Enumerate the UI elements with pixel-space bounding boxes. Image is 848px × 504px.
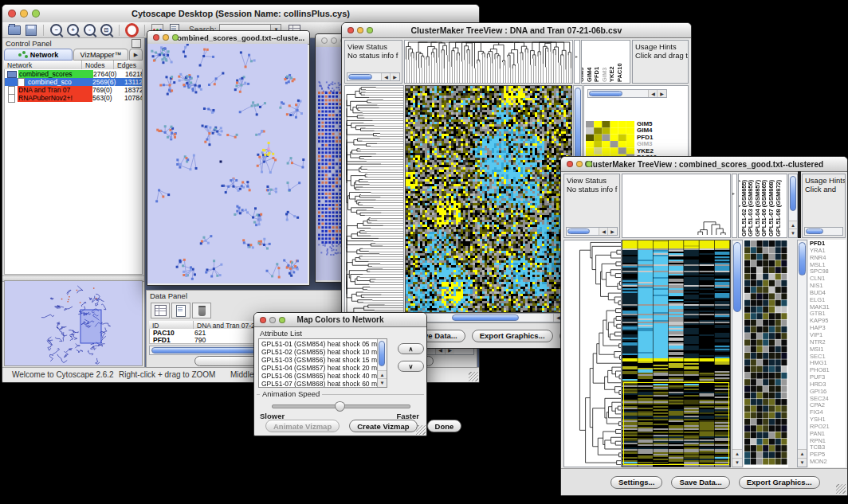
- scrollbar-thumb[interactable]: [589, 91, 622, 96]
- tv2-splitter-strip[interactable]: ▸: [732, 174, 737, 238]
- tv2-labels-scrollbar[interactable]: ▲ ▼: [788, 174, 798, 238]
- scrollbar-thumb[interactable]: [733, 242, 741, 312]
- close-icon[interactable]: [321, 37, 328, 44]
- gene-label[interactable]: YRA1: [810, 248, 846, 255]
- gene-label[interactable]: PUF3: [810, 374, 846, 381]
- network-tree-row[interactable]: DNA and Tran 07769(0)183728(0): [5, 86, 142, 94]
- tab-network[interactable]: Network: [4, 49, 73, 61]
- tv1-status-scrollbar[interactable]: ◀ ▶: [347, 72, 400, 81]
- network-tree-row[interactable]: combined_sco2569(6)13112(15): [5, 78, 142, 86]
- help-icon[interactable]: [125, 23, 139, 37]
- attribute-list-item[interactable]: GPL51-02 (GSM855) heat shock 10 min: [259, 348, 377, 356]
- tab-overflow-arrow[interactable]: ▶: [129, 49, 143, 61]
- scrollbar-thumb[interactable]: [348, 74, 372, 80]
- trash-icon[interactable]: [192, 303, 211, 318]
- gene-label[interactable]: SEC24: [810, 396, 846, 403]
- new-document-icon[interactable]: [171, 303, 190, 318]
- scroll-down-arrow[interactable]: ▼: [798, 458, 807, 467]
- settings-button[interactable]: Settings...: [610, 476, 662, 489]
- tv2-zoom-heatmap-panel[interactable]: [744, 240, 788, 467]
- scroll-down-arrow[interactable]: ▼: [378, 378, 387, 387]
- attribute-list-item[interactable]: GPL51-01 (GSM854) heat shock 05 min: [259, 340, 377, 348]
- scroll-right-arrow[interactable]: ▶: [607, 228, 617, 235]
- gene-label[interactable]: BUD4: [810, 290, 846, 297]
- scroll-up-arrow[interactable]: ▲: [732, 449, 742, 458]
- treeview1-title-bar[interactable]: ClusterMaker TreeView : DNA and Tran 07-…: [342, 23, 691, 38]
- tv2-heatmap[interactable]: [622, 240, 731, 467]
- zoom-window-icon[interactable]: [586, 161, 592, 167]
- tv1-heatmap[interactable]: [405, 85, 572, 313]
- gene-label[interactable]: ELG1: [810, 297, 846, 304]
- close-icon[interactable]: [153, 34, 159, 41]
- gene-label[interactable]: PHO81: [810, 367, 846, 374]
- gene-label[interactable]: CLN1: [810, 275, 846, 283]
- network-overview-panel[interactable]: [4, 280, 143, 366]
- tv2-row-dendrogram[interactable]: [563, 240, 622, 467]
- attribute-listbox[interactable]: GPL51-01 (GSM854) heat shock 05 minGPL51…: [258, 338, 387, 388]
- minimize-icon[interactable]: [576, 161, 583, 167]
- network-tree-row[interactable]: RNAPuberNov2+!563(0)107847(0): [5, 94, 142, 102]
- resize-grip[interactable]: [469, 372, 478, 381]
- gene-label[interactable]: VIP1: [810, 332, 846, 339]
- window1-title-bar[interactable]: combined_scores_good.txt--cluste...: [147, 31, 309, 45]
- attribute-list-item[interactable]: GPL51-04 (GSM857) heat shock 20 min: [259, 364, 377, 372]
- gene-label[interactable]: MON2: [810, 459, 846, 466]
- move-up-button[interactable]: ∧: [398, 343, 424, 354]
- tv1-zoom-scrollbar[interactable]: ◀ ▶: [587, 89, 667, 98]
- scroll-right-arrow[interactable]: ▶: [657, 90, 666, 97]
- zoom-window-icon[interactable]: [172, 34, 179, 41]
- save-session-icon[interactable]: [24, 23, 37, 37]
- zoom-out-icon[interactable]: −: [49, 23, 63, 37]
- column-header-network[interactable]: Network: [4, 61, 82, 69]
- save-data-button[interactable]: Save Data...: [671, 476, 729, 489]
- zoom-fit-icon[interactable]: ⊡: [100, 23, 113, 37]
- float-panel-icon[interactable]: [132, 39, 141, 48]
- gene-label[interactable]: GPI16: [810, 389, 846, 396]
- animation-speed-slider[interactable]: [272, 404, 410, 408]
- tv1-splitter-strip[interactable]: ▸: [574, 40, 580, 84]
- main-title-bar[interactable]: Cytoscape Desktop (Session Name: collins…: [2, 5, 479, 23]
- tv2-usage-scrollbar[interactable]: [804, 227, 843, 236]
- create-vizmap-button[interactable]: Create Vizmap: [349, 420, 417, 432]
- minimize-icon[interactable]: [163, 34, 169, 41]
- minimize-icon[interactable]: [269, 317, 276, 323]
- treeview2-resize-grip[interactable]: [836, 484, 846, 494]
- dialog-title-bar[interactable]: Map Colors to Network: [254, 313, 426, 327]
- tv2-status-scrollbar[interactable]: ◀ ▶: [566, 227, 618, 236]
- tv2-column-dendrogram[interactable]: [622, 174, 731, 238]
- gene-label[interactable]: NIS1: [810, 283, 846, 290]
- zoom-in-icon[interactable]: +: [66, 23, 80, 37]
- minimize-icon[interactable]: [331, 37, 337, 44]
- column-header-edges[interactable]: Edges: [114, 61, 143, 69]
- gene-label[interactable]: HAP3: [810, 325, 846, 332]
- scrollbar-thumb[interactable]: [452, 315, 519, 321]
- tv2-heatmap-vertical-scrollbar[interactable]: ▲ ▼: [732, 240, 743, 467]
- scroll-up-arrow[interactable]: ▲: [798, 449, 807, 458]
- gene-label[interactable]: PFD1: [810, 240, 846, 248]
- gene-label[interactable]: MSI1: [810, 346, 846, 354]
- data-column-id[interactable]: ID: [149, 321, 194, 329]
- scrollbar-thumb[interactable]: [567, 229, 590, 234]
- gene-label[interactable]: SEC1: [810, 354, 846, 361]
- strip-arrow-icon[interactable]: ▸: [575, 53, 578, 59]
- network-view-canvas-1[interactable]: [147, 44, 308, 283]
- gene-label[interactable]: PAN1: [810, 431, 846, 438]
- scroll-right-arrow[interactable]: ▶: [390, 73, 399, 80]
- export-graphics-button[interactable]: Export Graphics...: [739, 476, 820, 489]
- tv1-column-dendrogram[interactable]: [404, 40, 573, 84]
- move-down-button[interactable]: ∨: [398, 361, 424, 372]
- minimize-icon[interactable]: [357, 27, 363, 33]
- gene-label[interactable]: GTB1: [810, 311, 846, 318]
- gene-label[interactable]: HMG1: [810, 360, 846, 367]
- gene-label[interactable]: KAP95: [810, 318, 846, 325]
- close-icon[interactable]: [567, 161, 573, 167]
- zoom-window-icon[interactable]: [367, 27, 373, 33]
- column-header-nodes[interactable]: Nodes: [82, 61, 114, 69]
- gene-label[interactable]: PEP5: [810, 451, 846, 459]
- tv1-row-dendrogram[interactable]: [344, 85, 404, 322]
- zoom-selected-icon[interactable]: ▫: [83, 23, 96, 37]
- attribute-list-item[interactable]: GPL51-07 (GSM868) heat shock 60 min: [259, 380, 377, 388]
- gene-label[interactable]: RPO21: [810, 424, 846, 431]
- gene-label[interactable]: NTR2: [810, 339, 846, 346]
- scrollbar-thumb[interactable]: [799, 242, 806, 275]
